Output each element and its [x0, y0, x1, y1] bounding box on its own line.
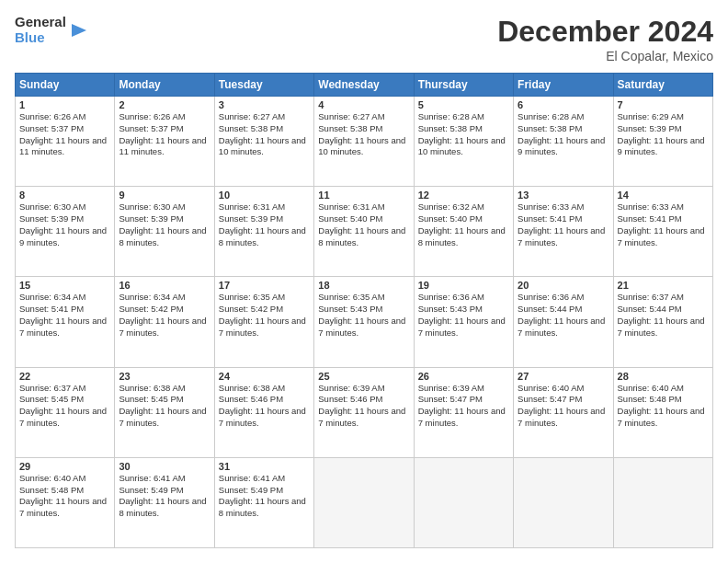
sunrise-label: Sunrise: 6:39 AM: [318, 383, 384, 393]
day-number: 23: [119, 371, 210, 382]
dow-header-sunday: Sunday: [16, 74, 115, 97]
day-of-week-row: SundayMondayTuesdayWednesdayThursdayFrid…: [16, 74, 713, 97]
day-number: 11: [318, 190, 409, 201]
dow-header-friday: Friday: [514, 74, 613, 97]
daylight-label: Daylight: 11 hours and 9 minutes.: [518, 135, 605, 157]
daylight-label: Daylight: 11 hours and 7 minutes.: [618, 406, 705, 428]
sunrise-label: Sunrise: 6:27 AM: [219, 111, 285, 121]
daylight-label: Daylight: 11 hours and 10 minutes.: [418, 135, 506, 157]
day-number: 14: [618, 190, 709, 201]
title-block: December 2024 El Copalar, Mexico: [497, 15, 713, 63]
calendar-cell: 13 Sunrise: 6:33 AM Sunset: 5:41 PM Dayl…: [514, 187, 613, 277]
day-number: 18: [318, 280, 409, 291]
sunrise-label: Sunrise: 6:32 AM: [418, 201, 484, 212]
day-number: 13: [518, 190, 609, 201]
calendar-cell: 24 Sunrise: 6:38 AM Sunset: 5:46 PM Dayl…: [214, 367, 313, 457]
logo-general: General: [15, 15, 66, 30]
daylight-label: Daylight: 11 hours and 7 minutes.: [219, 316, 306, 338]
day-info: Sunrise: 6:27 AM Sunset: 5:38 PM Dayligh…: [318, 111, 409, 158]
sunset-label: Sunset: 5:39 PM: [119, 213, 183, 224]
logo-blue: Blue: [15, 30, 66, 46]
calendar-cell: 16 Sunrise: 6:34 AM Sunset: 5:42 PM Dayl…: [115, 277, 214, 367]
sunset-label: Sunset: 5:47 PM: [418, 394, 483, 404]
sunrise-label: Sunrise: 6:35 AM: [318, 292, 384, 302]
daylight-label: Daylight: 11 hours and 11 minutes.: [119, 135, 206, 157]
day-info: Sunrise: 6:40 AM Sunset: 5:48 PM Dayligh…: [618, 383, 709, 430]
daylight-label: Daylight: 11 hours and 7 minutes.: [219, 406, 306, 428]
calendar-cell: 6 Sunrise: 6:28 AM Sunset: 5:38 PM Dayli…: [514, 97, 613, 187]
sunset-label: Sunset: 5:45 PM: [119, 394, 183, 404]
sunrise-label: Sunrise: 6:41 AM: [219, 473, 285, 483]
day-info: Sunrise: 6:31 AM Sunset: 5:40 PM Dayligh…: [318, 201, 409, 248]
sunrise-label: Sunrise: 6:34 AM: [119, 292, 185, 302]
daylight-label: Daylight: 11 hours and 8 minutes.: [119, 496, 206, 518]
daylight-label: Daylight: 11 hours and 7 minutes.: [518, 406, 605, 428]
sunrise-label: Sunrise: 6:34 AM: [19, 292, 85, 302]
sunset-label: Sunset: 5:41 PM: [618, 213, 682, 224]
sunset-label: Sunset: 5:48 PM: [618, 394, 682, 404]
calendar-cell: 26 Sunrise: 6:39 AM Sunset: 5:47 PM Dayl…: [414, 367, 513, 457]
sunset-label: Sunset: 5:38 PM: [518, 123, 582, 133]
calendar-week-4: 22 Sunrise: 6:37 AM Sunset: 5:45 PM Dayl…: [16, 367, 713, 457]
logo-arrow-icon: [70, 20, 90, 40]
logo: General Blue: [15, 15, 90, 45]
page: General Blue December 2024 El Copalar, M…: [0, 0, 728, 563]
day-number: 7: [618, 99, 709, 110]
sunrise-label: Sunrise: 6:33 AM: [518, 201, 584, 212]
daylight-label: Daylight: 11 hours and 7 minutes.: [418, 316, 506, 338]
daylight-label: Daylight: 11 hours and 9 minutes.: [19, 225, 107, 247]
calendar-week-1: 1 Sunrise: 6:26 AM Sunset: 5:37 PM Dayli…: [16, 97, 713, 187]
daylight-label: Daylight: 11 hours and 7 minutes.: [119, 316, 206, 338]
sunset-label: Sunset: 5:41 PM: [518, 213, 582, 224]
day-number: 8: [19, 190, 110, 201]
day-info: Sunrise: 6:33 AM Sunset: 5:41 PM Dayligh…: [618, 201, 709, 248]
calendar-cell: 18 Sunrise: 6:35 AM Sunset: 5:43 PM Dayl…: [314, 277, 414, 367]
day-info: Sunrise: 6:30 AM Sunset: 5:39 PM Dayligh…: [119, 201, 210, 248]
daylight-label: Daylight: 11 hours and 9 minutes.: [618, 135, 705, 157]
sunset-label: Sunset: 5:44 PM: [518, 304, 582, 314]
month-title: December 2024: [497, 15, 713, 49]
sunrise-label: Sunrise: 6:30 AM: [19, 201, 85, 212]
day-info: Sunrise: 6:41 AM Sunset: 5:49 PM Dayligh…: [219, 473, 310, 520]
day-number: 9: [119, 190, 210, 201]
calendar-cell: 25 Sunrise: 6:39 AM Sunset: 5:46 PM Dayl…: [314, 367, 414, 457]
day-info: Sunrise: 6:31 AM Sunset: 5:39 PM Dayligh…: [219, 201, 310, 248]
sunrise-label: Sunrise: 6:26 AM: [119, 111, 185, 121]
sunset-label: Sunset: 5:39 PM: [219, 213, 283, 224]
calendar-week-5: 29 Sunrise: 6:40 AM Sunset: 5:48 PM Dayl…: [16, 457, 713, 547]
day-number: 6: [518, 99, 609, 110]
calendar-table: SundayMondayTuesdayWednesdayThursdayFrid…: [15, 73, 713, 548]
calendar-cell: 27 Sunrise: 6:40 AM Sunset: 5:47 PM Dayl…: [514, 367, 613, 457]
sunset-label: Sunset: 5:42 PM: [119, 304, 183, 314]
day-number: 27: [518, 371, 609, 382]
calendar-cell: 15 Sunrise: 6:34 AM Sunset: 5:41 PM Dayl…: [16, 277, 115, 367]
day-info: Sunrise: 6:39 AM Sunset: 5:46 PM Dayligh…: [318, 383, 409, 430]
daylight-label: Daylight: 11 hours and 7 minutes.: [318, 406, 405, 428]
daylight-label: Daylight: 11 hours and 8 minutes.: [219, 225, 306, 247]
sunset-label: Sunset: 5:38 PM: [418, 123, 483, 133]
daylight-label: Daylight: 11 hours and 8 minutes.: [219, 496, 306, 518]
daylight-label: Daylight: 11 hours and 10 minutes.: [318, 135, 405, 157]
sunrise-label: Sunrise: 6:38 AM: [219, 383, 285, 393]
calendar-cell: [514, 457, 613, 547]
day-number: 3: [219, 99, 310, 110]
day-number: 26: [418, 371, 509, 382]
sunset-label: Sunset: 5:39 PM: [618, 123, 682, 133]
day-info: Sunrise: 6:33 AM Sunset: 5:41 PM Dayligh…: [518, 201, 609, 248]
day-info: Sunrise: 6:40 AM Sunset: 5:48 PM Dayligh…: [19, 473, 110, 520]
day-number: 24: [219, 371, 310, 382]
sunrise-label: Sunrise: 6:40 AM: [518, 383, 584, 393]
sunset-label: Sunset: 5:49 PM: [219, 485, 283, 495]
daylight-label: Daylight: 11 hours and 7 minutes.: [19, 496, 107, 518]
dow-header-wednesday: Wednesday: [314, 74, 414, 97]
day-number: 5: [418, 99, 509, 110]
calendar-cell: 22 Sunrise: 6:37 AM Sunset: 5:45 PM Dayl…: [16, 367, 115, 457]
daylight-label: Daylight: 11 hours and 8 minutes.: [119, 225, 206, 247]
day-number: 1: [19, 99, 110, 110]
calendar-cell: 7 Sunrise: 6:29 AM Sunset: 5:39 PM Dayli…: [613, 97, 712, 187]
day-info: Sunrise: 6:37 AM Sunset: 5:44 PM Dayligh…: [618, 292, 709, 339]
calendar-cell: 9 Sunrise: 6:30 AM Sunset: 5:39 PM Dayli…: [115, 187, 214, 277]
sunset-label: Sunset: 5:43 PM: [318, 304, 382, 314]
sunrise-label: Sunrise: 6:28 AM: [518, 111, 584, 121]
dow-header-thursday: Thursday: [414, 74, 513, 97]
